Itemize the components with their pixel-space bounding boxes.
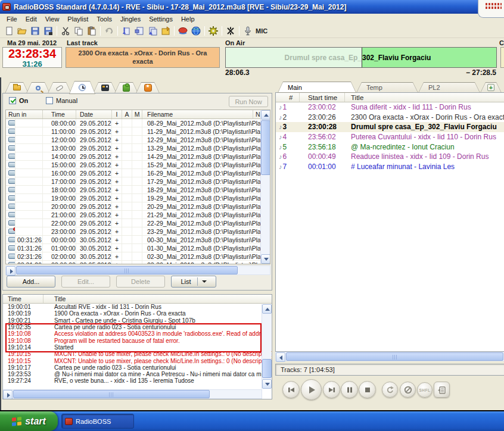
column-header-m[interactable]: M xyxy=(132,110,142,118)
scroll-thumb[interactable] xyxy=(262,359,272,378)
no-repeat-button[interactable] xyxy=(400,382,416,398)
tab-settings[interactable]: * xyxy=(136,82,160,93)
schedule-row[interactable]: 21:00:00 29.05.2012 + 21-29_Mai_2012.m3u… xyxy=(6,211,260,219)
log-row[interactable]: 19:10:08 Access violation at address 004… xyxy=(3,330,272,337)
new-playlist-icon[interactable] xyxy=(2,25,15,37)
taskbar-item-radioboss[interactable]: RadioBOSS xyxy=(61,414,134,429)
scroll-thumb[interactable] xyxy=(286,352,503,361)
playlist-row[interactable]: ♪1 23:00:02 Suna diferit - xidx - Iid 11… xyxy=(276,102,504,113)
playlist-row[interactable]: ♪4 23:56:02 Puterea Cuvantului - xidx - … xyxy=(276,132,504,142)
tab-playlists[interactable] xyxy=(5,82,29,93)
log-hscrollbar[interactable] xyxy=(3,389,262,399)
settings-gear-icon[interactable] xyxy=(207,25,220,37)
log-column-title[interactable]: Title xyxy=(43,295,272,303)
log-row[interactable]: 19:27:24 RVE, o veste buna... - xidx - I… xyxy=(3,377,272,384)
playlist-column-start[interactable]: Start time xyxy=(300,93,345,102)
menu-item[interactable]: Jingles xyxy=(116,14,145,24)
save-playlist-as-icon[interactable] xyxy=(42,25,55,37)
on-air-progress[interactable]: Drumul spre casa_Ep_ 302_Flaviu Forgaciu xyxy=(225,47,497,68)
log-row[interactable]: 19:10:17 Cartea pe unde radio 023 - Soti… xyxy=(3,364,272,371)
schedule-row[interactable]: 15:00:00 29.05.2012 + 15-29_Mai_2012.m3u… xyxy=(6,161,260,169)
add-track-icon[interactable] xyxy=(120,25,133,37)
menu-item[interactable]: Settings xyxy=(145,14,177,24)
add-list-icon[interactable] xyxy=(146,25,159,37)
scheduler-vscrollbar[interactable] xyxy=(260,110,270,264)
scroll-up-arrow[interactable] xyxy=(262,304,272,314)
stop-button[interactable] xyxy=(359,381,376,398)
playlist-report-button[interactable] xyxy=(434,382,450,398)
scroll-up-arrow[interactable] xyxy=(261,110,270,120)
tab-playlist-add[interactable]: + xyxy=(480,82,502,93)
edit-tags-icon[interactable] xyxy=(159,25,172,37)
title-bar[interactable]: RadioBOSS Standard (4.7.0.14) - RVE - Si… xyxy=(0,0,504,14)
log-row[interactable]: 19:10:08 Program will be restarted bacau… xyxy=(3,337,272,343)
schedule-row[interactable]: 17:00:00 29.05.2012 + 17-29_Mai_2012.m3u… xyxy=(6,177,260,186)
column-header-run-in[interactable]: Run in xyxy=(6,110,43,118)
tab-playlist-pl2[interactable]: PL2 xyxy=(418,82,480,93)
tab-playlist-temp[interactable]: Temp xyxy=(356,82,418,93)
log-row[interactable]: 19:00:01 Ascultati RVE - xidx - Iid 131 … xyxy=(3,304,272,310)
copy-icon[interactable] xyxy=(72,25,85,37)
playlist-column-title[interactable]: Title xyxy=(345,93,504,102)
on-checkbox[interactable] xyxy=(9,97,16,104)
scroll-right-arrow[interactable] xyxy=(6,266,15,276)
schedule-row[interactable]: 02:31:26 02:00:00 30.05.2012 + 02-30_Mai… xyxy=(6,252,260,261)
playlist-row[interactable]: ♪6 00:00:49 Readuce linistea - xidx - Ii… xyxy=(276,152,504,162)
log-row[interactable]: 19:00:19 1900 Ora exacta - xOrax - Dorin… xyxy=(3,310,272,317)
tab-playlist-main[interactable]: Main xyxy=(278,82,356,93)
scroll-left-arrow[interactable] xyxy=(276,352,285,362)
menu-item[interactable]: Help xyxy=(177,14,199,24)
tab-scheduler[interactable] xyxy=(69,81,95,94)
scroll-down-arrow[interactable] xyxy=(261,254,270,264)
menu-item[interactable]: Playlist xyxy=(63,14,92,24)
log-vscrollbar[interactable] xyxy=(262,304,271,389)
schedule-row[interactable]: 23:00:00 29.05.2012 + 23-29_Mai_2012.m3u… xyxy=(6,227,260,236)
run-now-button[interactable]: Run Now xyxy=(229,96,268,107)
play-button[interactable] xyxy=(301,379,322,400)
log-column-time[interactable]: Time xyxy=(3,295,43,303)
log-row[interactable]: 19:10:15 MXCNT: Unable to use mixer, ple… xyxy=(3,357,272,364)
schedule-row[interactable]: 16:00:00 29.05.2012 + 16-29_Mai_2012.m3u… xyxy=(6,169,260,177)
log-row[interactable]: 19:00:21 Smart - Cartea pe unde - Cristi… xyxy=(3,317,272,324)
column-header-i[interactable]: I xyxy=(112,110,122,118)
column-header-time[interactable]: Time xyxy=(43,110,76,118)
menu-item[interactable]: Tools xyxy=(92,14,116,24)
pause-button[interactable] xyxy=(341,381,358,398)
scroll-down-arrow[interactable] xyxy=(262,379,272,389)
undo-icon[interactable] xyxy=(102,25,116,37)
schedule-row[interactable]: 00:31:26 00:00:00 30.05.2012 + 00-30_Mai… xyxy=(6,236,260,244)
shuffle-button[interactable]: SHFL xyxy=(417,382,433,398)
scroll-right-arrow[interactable] xyxy=(3,390,13,399)
playlist-row[interactable]: ♪3 23:00:28 Drumul spre casa_Ep_302_Flav… xyxy=(276,122,504,132)
insert-track-icon[interactable] xyxy=(133,25,146,37)
previous-button[interactable] xyxy=(282,381,300,398)
scroll-thumb[interactable] xyxy=(13,390,210,398)
menu-item[interactable]: File xyxy=(2,14,21,24)
schedule-row[interactable]: 18:00:00 29.05.2012 + 18-29_Mai_2012.m3u… xyxy=(6,186,260,194)
schedule-row[interactable]: 12:00:00 29.05.2012 + 12-29_Mai_2012.m3u… xyxy=(6,136,260,144)
schedule-row[interactable]: 11:00:00 29.05.2012 + 11-29_Mai_2012.m3u… xyxy=(6,127,260,136)
schedule-row[interactable]: 19:00:00 29.05.2012 + 19-29_Mai_2012.m3u… xyxy=(6,194,260,202)
playlist-hscrollbar[interactable] xyxy=(275,352,504,361)
column-header-date[interactable]: Date xyxy=(76,110,112,118)
schedule-row[interactable]: 20:00:00 29.05.2012 + 20-29_Mai_2012.m3u… xyxy=(6,202,260,211)
mic-icon[interactable] xyxy=(241,25,254,37)
tab-cart-machine[interactable] xyxy=(93,82,117,93)
repeat-button[interactable] xyxy=(382,382,398,398)
log-row[interactable]: 19:10:14 Started xyxy=(3,344,272,351)
playlist-column-num[interactable]: # xyxy=(276,93,300,102)
manual-checkbox[interactable] xyxy=(46,97,53,104)
start-button[interactable]: start xyxy=(0,411,58,431)
log-row[interactable]: 19:23:53 @ Nu-i nimeni mai dator ca mine… xyxy=(3,371,272,377)
paste-icon[interactable] xyxy=(85,25,98,37)
tab-plugins[interactable] xyxy=(114,82,138,93)
tab-edit-tool[interactable] xyxy=(48,82,71,93)
menu-item[interactable]: Edit xyxy=(21,14,41,24)
playlist-row[interactable]: ♪7 00:01:00 # Luceafar minunat - Lavinia… xyxy=(276,162,504,172)
schedule-row[interactable]: 14:00:00 29.05.2012 + 14-29_Mai_2012.m3u… xyxy=(6,152,260,161)
menu-item[interactable]: View xyxy=(41,14,64,24)
add-button[interactable]: Add... xyxy=(7,276,55,288)
playlist-row[interactable]: ♪2 23:00:26 2300 Ora exacta - xOrax - Do… xyxy=(276,113,504,123)
scroll-thumb[interactable] xyxy=(261,120,270,175)
schedule-row[interactable]: 01:31:26 01:00:00 30.05.2012 + 01-30_Mai… xyxy=(6,244,260,252)
